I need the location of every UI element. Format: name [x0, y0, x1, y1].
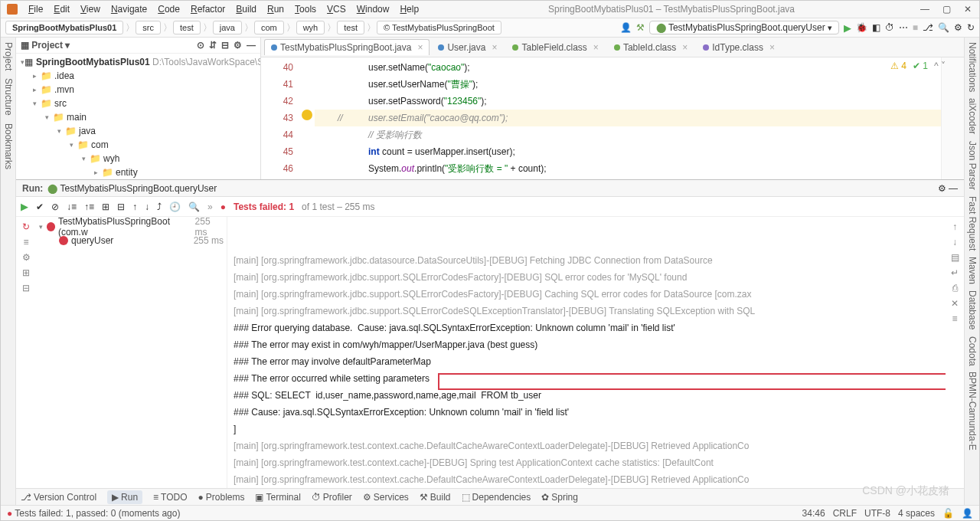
- sync-icon[interactable]: ↻: [967, 22, 975, 33]
- minimap[interactable]: [941, 57, 964, 179]
- menu-refactor[interactable]: Refactor: [186, 2, 230, 16]
- bottom-tab-version-control[interactable]: ⎇ Version Control: [21, 492, 96, 503]
- close-icon[interactable]: ✕: [962, 4, 973, 15]
- gear-icon[interactable]: ⚙: [234, 40, 242, 51]
- menu-build[interactable]: Build: [231, 2, 261, 16]
- breadcrumb: SpringBootMybatisPlus01〉src〉test〉java〉co…: [1, 18, 979, 38]
- crumb-6[interactable]: test: [337, 21, 364, 34]
- run-config-combo[interactable]: ⬤ TestMybatisPlusSpringBoot.queryUser ▾: [649, 21, 839, 34]
- bottom-tab-spring[interactable]: ✿ Spring: [541, 492, 578, 503]
- right-tool-json-parser[interactable]: Json Parser: [966, 141, 978, 190]
- bottom-tab-run[interactable]: ▶ Run: [107, 490, 142, 504]
- git-button[interactable]: ⎇: [923, 22, 933, 33]
- run-toolbar[interactable]: ▶ ✔ ⊘ ↓≡↑≡ ⊞⊟ ↑↓ ⤴ 🕘 🔍 » ● Tests failed:…: [16, 197, 964, 217]
- right-tool-aixcoder[interactable]: aiXcoder: [966, 98, 978, 134]
- right-tool-maven[interactable]: Maven: [966, 257, 978, 284]
- test-tree[interactable]: ▾TestMybatisPlusSpringBoot (com.w255 ms …: [36, 217, 227, 488]
- console-toolbar[interactable]: ↑↓▤↵⎙✕≡: [946, 217, 964, 488]
- coverage-button[interactable]: ◧: [872, 22, 880, 33]
- tab-0[interactable]: TestMybatisPlusSpringBoot.java×: [264, 39, 430, 55]
- right-tool-bpmn-camunda-e[interactable]: BPMN-Camunda-E: [966, 372, 978, 451]
- select-opened-icon[interactable]: ⊙: [197, 40, 204, 51]
- bottom-tab-terminal[interactable]: ▣ Terminal: [255, 492, 300, 503]
- title-bar: FileEditViewNavigateCodeRefactorBuildRun…: [1, 1, 979, 18]
- left-tool-stripe[interactable]: ProjectStructureBookmarks: [1, 38, 16, 505]
- stop-button[interactable]: ■: [913, 22, 918, 33]
- minimize-icon[interactable]: —: [920, 4, 930, 15]
- menu-tools[interactable]: Tools: [290, 2, 321, 16]
- bottom-tab-dependencies[interactable]: ⬚ Dependencies: [462, 492, 531, 503]
- gear-icon[interactable]: ⚙: [938, 183, 946, 194]
- inspect-icon[interactable]: 👤: [962, 508, 973, 519]
- encoding[interactable]: UTF-8: [864, 508, 890, 519]
- crumb-3[interactable]: java: [213, 21, 242, 34]
- bottom-tab-problems[interactable]: ● Problems: [198, 492, 245, 503]
- right-tool-codota[interactable]: Codota: [966, 336, 978, 366]
- menu-window[interactable]: Window: [352, 2, 394, 16]
- search-icon[interactable]: 🔍: [938, 22, 949, 33]
- bottom-tab-todo[interactable]: ≡ TODO: [153, 492, 187, 503]
- expand-icon[interactable]: ⇵: [209, 40, 217, 51]
- crumb-0[interactable]: SpringBootMybatisPlus01: [5, 21, 123, 34]
- left-tool-project[interactable]: Project: [2, 42, 14, 70]
- editor-tabs[interactable]: TestMybatisPlusSpringBoot.java×User.java…: [261, 38, 964, 57]
- left-tool-structure[interactable]: Structure: [2, 78, 14, 116]
- crumb-7[interactable]: © TestMybatisPlusSpringBoot: [377, 21, 501, 34]
- caret-position[interactable]: 34:46: [802, 508, 825, 519]
- status-dot: ●: [7, 508, 12, 519]
- project-pane: ▦ Project ▾ ⊙ ⇵ ⊟ ⚙ — ▾▦SpringBootMybati…: [16, 38, 261, 179]
- more-button[interactable]: ⋯: [899, 22, 908, 33]
- menu-vcs[interactable]: VCS: [322, 2, 351, 16]
- menu-help[interactable]: Help: [395, 2, 423, 16]
- status-message: Tests failed: 1, passed: 0 (moments ago): [15, 508, 180, 519]
- menu-navigate[interactable]: Navigate: [106, 2, 152, 16]
- menu-view[interactable]: View: [76, 2, 105, 16]
- hammer-icon[interactable]: ⚒: [636, 22, 645, 33]
- crumb-5[interactable]: wyh: [296, 21, 325, 34]
- right-tool-database[interactable]: Database: [966, 290, 978, 329]
- right-tool-notifications[interactable]: Notifications: [966, 42, 978, 92]
- indent[interactable]: 4 spaces: [898, 508, 935, 519]
- crumb-2[interactable]: test: [173, 21, 201, 34]
- project-tree[interactable]: ▾▦SpringBootMybatisPlus01 D:\Tools\JavaW…: [16, 54, 260, 179]
- bottom-tab-build[interactable]: ⚒ Build: [420, 492, 451, 503]
- bulb-icon[interactable]: [302, 110, 312, 120]
- tab-2[interactable]: TableField.class×: [505, 39, 605, 55]
- settings-icon[interactable]: ⚙: [954, 22, 962, 33]
- maximize-icon[interactable]: ▢: [941, 4, 952, 15]
- line-sep[interactable]: CRLF: [833, 508, 857, 519]
- right-tool-fast-request[interactable]: Fast Request: [966, 196, 978, 251]
- tab-4[interactable]: IdType.class×: [696, 39, 782, 55]
- editor-pane: TestMybatisPlusSpringBoot.java×User.java…: [261, 38, 964, 179]
- left-tool-bookmarks[interactable]: Bookmarks: [2, 123, 14, 169]
- run-side-toolbar[interactable]: ↻≡⚙⊞⊟: [16, 217, 36, 488]
- menu-edit[interactable]: Edit: [49, 2, 74, 16]
- profile-button[interactable]: ⏱: [885, 22, 894, 33]
- tab-1[interactable]: User.java×: [431, 39, 504, 55]
- run-button[interactable]: ▶: [844, 22, 851, 34]
- menu-run[interactable]: Run: [263, 2, 289, 16]
- prev-fail-icon: ↑: [132, 202, 137, 212]
- bottom-tab-services[interactable]: ⚙ Services: [363, 492, 409, 503]
- readonly-icon[interactable]: 🔓: [942, 508, 954, 519]
- collapse-icon[interactable]: ⊟: [221, 40, 229, 51]
- hide-icon[interactable]: —: [247, 40, 256, 51]
- menu-code[interactable]: Code: [153, 2, 185, 16]
- bottom-tool-tabs[interactable]: ⎇ Version Control▶ Run≡ TODO● Problems▣ …: [16, 488, 964, 505]
- hide-panel-icon[interactable]: —: [949, 183, 958, 194]
- menu-file[interactable]: File: [24, 2, 47, 16]
- debug-button[interactable]: 🐞: [856, 22, 867, 33]
- project-tab[interactable]: ▦ Project ▾: [21, 40, 70, 51]
- menu-bar[interactable]: FileEditViewNavigateCodeRefactorBuildRun…: [24, 2, 423, 16]
- right-tool-stripe[interactable]: NotificationsaiXcoderJson ParserFast Req…: [964, 38, 979, 505]
- code-area[interactable]: user.setName("caocao"); user.setUserName…: [315, 57, 941, 179]
- error-highlight-box: [438, 373, 946, 390]
- inspection-indicators[interactable]: ⚠ 4 ✔ 1 ^ ˅: [890, 61, 946, 71]
- user-icon[interactable]: 👤: [620, 22, 632, 33]
- toggle-pass-icon: ✔: [36, 202, 44, 212]
- tab-3[interactable]: TableId.class×: [607, 39, 694, 55]
- console-output[interactable]: [main] [org.springframework.jdbc.datasou…: [227, 217, 946, 488]
- crumb-4[interactable]: com: [254, 21, 284, 34]
- crumb-1[interactable]: src: [136, 21, 161, 34]
- bottom-tab-profiler[interactable]: ⏱ Profiler: [312, 492, 352, 503]
